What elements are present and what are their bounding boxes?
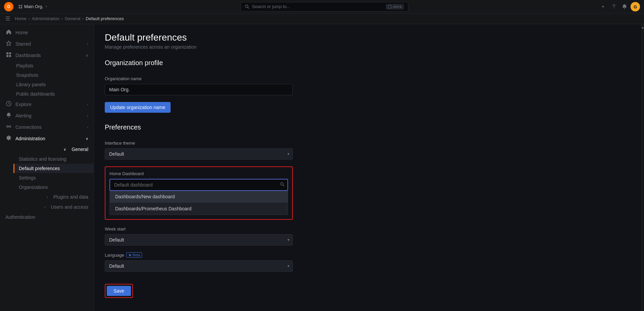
authentication-label: Authentication [5, 214, 35, 220]
preferences-section-title: Preferences [105, 123, 631, 134]
notifications-button[interactable] [620, 2, 629, 11]
sidebar-item-plugins-data[interactable]: › Plugins and data [11, 192, 94, 202]
search-box[interactable]: Search or jump to... ctrl+k [240, 2, 408, 11]
svg-rect-12 [6, 52, 8, 54]
org-profile-section-title: Organization profile [105, 59, 631, 69]
sidebar-item-library-panels[interactable]: Library panels [16, 80, 94, 89]
dashboard-option-1[interactable]: Dashboards/New dashboard [110, 191, 288, 203]
star-icon [5, 41, 12, 47]
svg-rect-4 [19, 7, 20, 8]
language-select-wrapper: Default ▾ [105, 260, 293, 272]
settings-label: Settings [19, 175, 36, 180]
explore-icon [5, 101, 12, 108]
org-name: Main Org. [24, 4, 43, 9]
main-layout: Home Starred › Dashboards ∨ Playlists Sn… [0, 24, 644, 311]
svg-point-20 [8, 137, 10, 139]
main-content: Default preferences Manage preferences a… [94, 24, 641, 311]
dashboard-option-2[interactable]: Dashboards/Prometheus Dashboard [110, 203, 288, 215]
grafana-logo[interactable]: G [4, 2, 13, 11]
home-dashboard-input[interactable] [109, 179, 288, 191]
breadcrumb-sep-3: › [82, 16, 84, 21]
plugins-data-wrapper: › Plugins and data [0, 192, 94, 202]
update-org-button[interactable]: Update organization name [105, 102, 171, 113]
interface-theme-select[interactable]: Default [105, 148, 293, 160]
sidebar-item-default-preferences[interactable]: Default preferences [13, 164, 94, 173]
svg-line-22 [283, 185, 284, 186]
sidebar-item-authentication[interactable]: Authentication [0, 212, 94, 222]
statistics-licensing-label: Statistics and licensing [19, 156, 66, 162]
svg-point-17 [7, 126, 8, 127]
week-start-select-wrapper: Default ▾ [105, 234, 293, 246]
update-org-wrapper: Update organization name [105, 102, 631, 113]
save-button[interactable]: Save [107, 286, 131, 296]
page-title: Default preferences [105, 32, 631, 43]
general-children: Statistics and licensing Default prefere… [11, 154, 94, 192]
home-dashboard-group: Home Dashboard Dashboards/New dashboard … [105, 166, 293, 220]
sidebar-item-general[interactable]: ∨ General [11, 144, 94, 154]
public-dashboards-label: Public dashboards [16, 91, 55, 97]
organizations-label: Organizations [19, 185, 48, 190]
svg-marker-11 [6, 41, 11, 46]
sidebar-item-settings[interactable]: Settings [19, 173, 94, 183]
breadcrumb-general[interactable]: General [65, 16, 80, 21]
org-switcher[interactable]: Main Org. [16, 3, 50, 10]
save-button-wrapper: Save [105, 284, 133, 298]
menu-icon[interactable]: ☰ [5, 15, 10, 22]
language-group: Language Beta Default ▾ [105, 252, 293, 272]
starred-chevron: › [87, 42, 88, 46]
sidebar-item-home[interactable]: Home [0, 27, 94, 38]
breadcrumb-home[interactable]: Home [15, 16, 27, 21]
sidebar-item-connections[interactable]: Connections › [0, 121, 94, 133]
explore-chevron: › [87, 102, 88, 106]
plugins-chevron: › [47, 195, 48, 199]
svg-rect-8 [388, 5, 391, 8]
help-button[interactable]: ? [609, 2, 618, 11]
default-preferences-label: Default preferences [19, 166, 60, 171]
add-button[interactable]: + [598, 2, 608, 11]
interface-theme-group: Interface theme Default ▾ [105, 141, 293, 160]
sidebar-alerting-label: Alerting [15, 113, 31, 118]
sidebar-starred-label: Starred [15, 41, 31, 47]
avatar[interactable]: G [631, 2, 640, 11]
sidebar-item-public-dashboards[interactable]: Public dashboards [16, 89, 94, 99]
sidebar-item-organizations[interactable]: Organizations [19, 183, 94, 192]
topbar: G Main Org. Search or jump to... ctrl+k … [0, 0, 644, 13]
svg-point-6 [245, 5, 248, 7]
dashboards-icon [5, 52, 12, 59]
beta-badge: Beta [126, 252, 142, 258]
language-select[interactable]: Default [105, 260, 293, 272]
sidebar-dashboards-sub: Playlists Snapshots Library panels Publi… [0, 61, 94, 99]
org-name-group: Organization name [105, 76, 293, 95]
sidebar-item-statistics-licensing[interactable]: Statistics and licensing [19, 154, 94, 164]
sidebar: Home Starred › Dashboards ∨ Playlists Sn… [0, 24, 94, 311]
sidebar-item-snapshots[interactable]: Snapshots [16, 70, 94, 80]
dashboards-chevron: ∨ [86, 53, 88, 58]
svg-point-21 [281, 183, 283, 185]
breadcrumb-administration[interactable]: Administration [32, 16, 59, 21]
right-scrollbar[interactable]: ▲ [641, 24, 644, 311]
sidebar-item-explore[interactable]: Explore › [0, 99, 94, 110]
dashboard-search-wrapper [109, 179, 288, 191]
users-access-wrapper: › Users and access [0, 202, 94, 212]
plugins-data-label: Plugins and data [53, 194, 88, 200]
playlists-label: Playlists [16, 63, 33, 68]
sidebar-item-starred[interactable]: Starred › [0, 38, 94, 50]
svg-text:G: G [7, 4, 10, 9]
sidebar-item-playlists[interactable]: Playlists [16, 61, 94, 70]
sidebar-item-alerting[interactable]: Alerting › [0, 110, 94, 121]
snapshots-label: Snapshots [16, 72, 38, 78]
sidebar-item-users-access[interactable]: › Users and access [11, 202, 94, 212]
svg-line-7 [247, 7, 249, 8]
sidebar-item-administration[interactable]: Administration ∨ [0, 133, 94, 144]
scroll-up-arrow[interactable]: ▲ [641, 25, 644, 30]
home-dashboard-label: Home Dashboard [109, 171, 288, 176]
svg-point-18 [9, 126, 11, 127]
interface-theme-label: Interface theme [105, 141, 293, 146]
svg-rect-15 [9, 55, 11, 57]
search-placeholder: Search or jump to... [252, 4, 290, 9]
sidebar-item-dashboards[interactable]: Dashboards ∨ [0, 50, 94, 61]
week-start-select[interactable]: Default [105, 234, 293, 246]
users-access-label: Users and access [51, 204, 88, 210]
org-name-input[interactable] [105, 84, 293, 95]
dashboard-dropdown: Dashboards/New dashboard Dashboards/Prom… [109, 191, 288, 215]
